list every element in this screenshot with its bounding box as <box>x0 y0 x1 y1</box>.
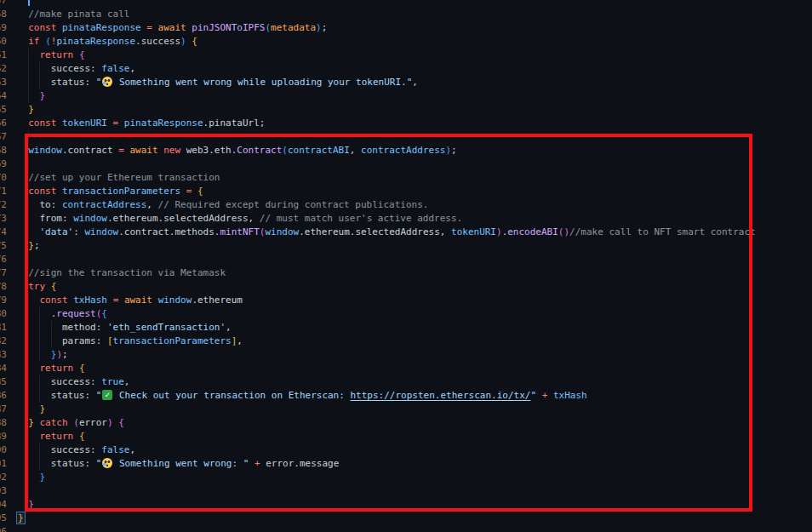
code-line[interactable]: 58 //make pinata call <box>0 8 812 21</box>
line-number: 89 <box>0 430 7 443</box>
code-line[interactable]: 59 const pinataResponse = await pinJSONT… <box>0 21 812 35</box>
code-line[interactable]: 64 } <box>0 89 812 103</box>
code-line[interactable]: 86 status: " Check out your transaction … <box>0 389 812 403</box>
line-number: 96 <box>0 525 7 532</box>
code-line[interactable]: 70 //set up your Ethereum transaction <box>0 171 812 185</box>
code-token <box>73 431 79 442</box>
line-number: 74 <box>0 226 7 239</box>
code-line[interactable]: 73 from: window.ethereum.selectedAddress… <box>0 212 812 226</box>
indent-guide <box>39 76 40 89</box>
code-line[interactable]: 81 method: 'eth_sendTransaction', <box>0 321 812 335</box>
code-line[interactable]: 96 <box>0 525 812 532</box>
code-token: { <box>118 417 124 428</box>
code-line[interactable]: 83 }); <box>0 348 812 362</box>
code-token <box>73 363 79 374</box>
code-token: , <box>146 199 157 210</box>
indent-guide <box>28 375 29 389</box>
code-line[interactable]: 93 <box>0 484 812 498</box>
line-number: 60 <box>0 35 7 49</box>
indent-guide <box>28 157 29 171</box>
indent-guide <box>28 471 29 484</box>
line-number: 78 <box>0 280 7 294</box>
code-line[interactable]: 80 .request({ <box>0 307 812 321</box>
code-line[interactable]: 95} <box>0 512 812 525</box>
code-line[interactable]: 77 //sign the transaction via Metamask <box>0 266 812 280</box>
line-number: 75 <box>0 239 7 253</box>
code-line[interactable]: 68 window.contract = await new web3.eth.… <box>0 144 812 157</box>
code-token: .ethereum <box>192 295 243 306</box>
code-line[interactable]: 71 const transactionParameters = { <box>0 185 812 198</box>
indent-guide <box>28 62 29 76</box>
code-token <box>17 281 28 292</box>
code-editor[interactable]: 5758 //make pinata call59 const pinataRe… <box>0 0 812 532</box>
code-token: const <box>28 186 56 197</box>
indent-guide <box>51 335 52 348</box>
indent-guide <box>28 226 29 239</box>
code-line[interactable]: 85 success: true, <box>0 375 812 389</box>
code-token <box>547 390 553 401</box>
code-token: tokenURI <box>451 226 496 237</box>
code-token: return <box>40 363 74 374</box>
code-token: tokenURI <box>62 117 107 129</box>
code-token: txHash <box>73 295 107 306</box>
code-token: true <box>101 376 124 387</box>
code-token <box>17 499 28 510</box>
code-token: contractAddress <box>62 199 146 210</box>
code-line[interactable]: 65 } <box>0 103 812 117</box>
code-token <box>45 281 51 292</box>
code-line[interactable]: 60 if (!pinataResponse.success) { <box>0 35 812 49</box>
code-line[interactable]: 87 } <box>0 403 812 416</box>
code-line[interactable]: 88 } catch (error) { <box>0 416 812 430</box>
code-line[interactable]: 66 const tokenURI = pinataResponse.pinat… <box>0 117 812 130</box>
code-token: ( <box>73 417 79 428</box>
code-line[interactable]: 84 return { <box>0 362 812 375</box>
code-line[interactable]: 90 success: false, <box>0 443 812 457</box>
line-number: 80 <box>0 307 7 321</box>
code-line[interactable]: 57 <box>0 0 812 8</box>
etherscan-link-text: https://ropsten.etherscan.io/tx/ <box>351 390 531 401</box>
code-token: await <box>124 295 152 306</box>
line-number: 61 <box>0 49 7 62</box>
code-token: ) <box>56 349 62 360</box>
line-number: 73 <box>0 212 7 226</box>
code-token <box>152 22 158 33</box>
code-token: error.message <box>260 458 340 469</box>
code-line[interactable]: 69 <box>0 157 812 171</box>
code-token: Contract <box>237 145 282 156</box>
code-token: } <box>28 104 34 115</box>
code-line[interactable]: 94 } <box>0 498 812 512</box>
indent-guide <box>28 253 29 266</box>
code-line[interactable]: 72 to: contractAddress, // Required exce… <box>0 198 812 212</box>
code-token: .success <box>135 36 180 47</box>
indent-guide <box>28 403 29 416</box>
code-line[interactable]: 67 <box>0 130 812 144</box>
code-token <box>17 267 28 278</box>
line-number: 76 <box>0 253 7 266</box>
code-token: = <box>118 145 124 156</box>
code-token: Something went wrong: " <box>113 458 249 469</box>
line-number: 69 <box>0 157 7 171</box>
code-line[interactable]: 76 <box>0 253 812 266</box>
indent-guide <box>39 443 40 457</box>
code-line[interactable]: 61 return { <box>0 49 812 62</box>
code-line[interactable]: 79 const txHash = await window.ethereum <box>0 294 812 307</box>
code-token: return <box>40 431 74 442</box>
code-line[interactable]: 82 params: [transactionParameters], <box>0 335 812 348</box>
code-token: } <box>40 90 46 101</box>
code-token: encodeABI <box>507 226 558 237</box>
line-number: 90 <box>0 443 7 457</box>
code-line[interactable]: 91 status: " Something went wrong: " + e… <box>0 457 812 471</box>
code-line[interactable]: 92 } <box>0 471 812 484</box>
code-line[interactable]: 89 return { <box>0 430 812 443</box>
code-line[interactable]: 74 'data': window.contract.methods.mintN… <box>0 226 812 239</box>
code-line[interactable]: 75 }; <box>0 239 812 253</box>
code-line[interactable]: 62 success: false, <box>0 62 812 76</box>
code-line[interactable]: 63 status: " Something went wrong while … <box>0 76 812 89</box>
code-token: } <box>28 240 34 251</box>
code-line[interactable]: 78 try { <box>0 280 812 294</box>
code-token: catch <box>40 417 68 428</box>
line-number: 68 <box>0 144 7 157</box>
code-token: .contract.methods. <box>118 226 220 237</box>
code-token: , <box>124 376 130 387</box>
code-token: ; <box>34 240 40 251</box>
